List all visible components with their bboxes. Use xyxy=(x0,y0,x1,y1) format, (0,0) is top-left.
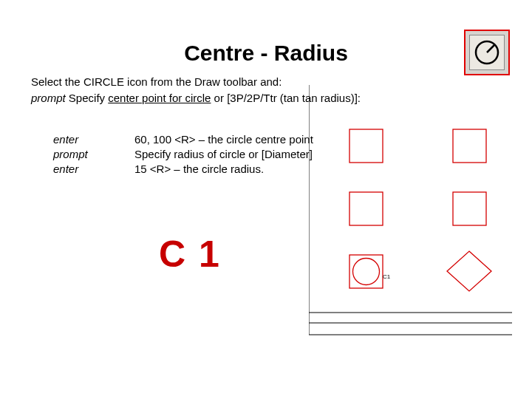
svg-rect-3 xyxy=(453,129,486,163)
step-label: prompt xyxy=(53,148,134,160)
cad-circle-label: C1 xyxy=(383,273,390,280)
step-label: enter xyxy=(53,163,134,175)
circle-tool-icon xyxy=(469,35,505,70)
step-row: enter 15 <R> – the circle radius. xyxy=(53,163,313,175)
step-text: 15 <R> – the circle radius. xyxy=(134,163,264,175)
step-label: enter xyxy=(53,133,134,146)
step-text: 60, 100 <R> – the circle centre point xyxy=(134,133,313,146)
svg-rect-6 xyxy=(349,255,383,288)
svg-point-7 xyxy=(353,259,380,285)
cad-preview: C1 xyxy=(309,85,512,336)
step-row: enter 60, 100 <R> – the circle centre po… xyxy=(53,133,313,146)
step-row: prompt Specify radius of circle or [Diam… xyxy=(53,148,313,160)
svg-rect-5 xyxy=(453,192,486,225)
steps-block: enter 60, 100 <R> – the circle centre po… xyxy=(53,133,313,177)
prompt-label: prompt xyxy=(31,92,66,104)
svg-rect-4 xyxy=(349,192,383,225)
instruction-underline: center point for circle xyxy=(108,92,211,104)
step-text: Specify radius of circle or [Diameter] xyxy=(134,148,313,160)
instruction-text: Specify xyxy=(66,92,109,104)
figure-label-c1: C 1 xyxy=(159,233,221,276)
page-title: Centre - Radius xyxy=(0,41,532,66)
svg-rect-2 xyxy=(349,129,383,163)
circle-tool-button[interactable] xyxy=(464,30,510,75)
svg-line-1 xyxy=(487,44,495,52)
